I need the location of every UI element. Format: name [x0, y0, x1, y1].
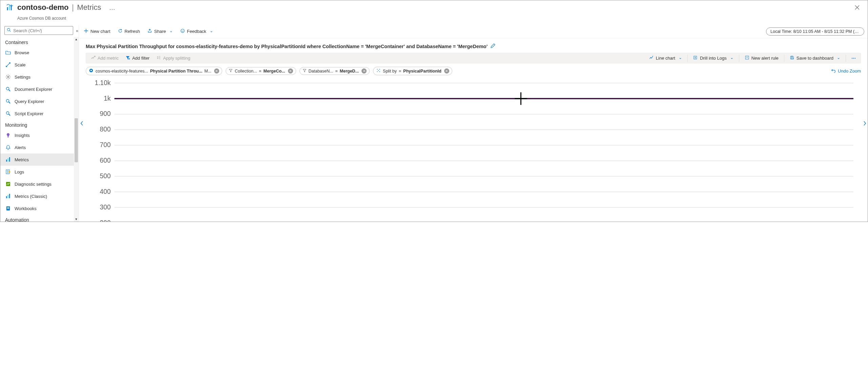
sidebar-scrollbar-thumb[interactable] [75, 118, 78, 162]
toolbar-divider [846, 55, 846, 62]
sidebar-item-scale[interactable]: Scale [0, 59, 79, 71]
page-subtitle: Azure Cosmos DB account [0, 16, 868, 25]
bars-icon [5, 193, 11, 199]
share-icon [147, 28, 152, 34]
filter-database-label: DatabaseN... [309, 69, 333, 74]
command-bar: New chart Refresh Share [79, 25, 868, 38]
refresh-label: Refresh [125, 29, 140, 34]
add-metric-label: Add metric [98, 56, 119, 61]
sidebar-scrollbar[interactable]: ▲ ▼ [74, 37, 79, 222]
filter-collection-remove[interactable]: ✕ [288, 68, 293, 74]
sidebar-item-doc-explorer[interactable]: Document Explorer [0, 83, 79, 95]
refresh-icon [118, 28, 123, 34]
toolbar-divider [739, 55, 739, 62]
sidebar-item-label: Alerts [15, 145, 26, 150]
sidebar-collapse-button[interactable]: « [76, 28, 78, 33]
drill-logs-label: Drill into Logs [700, 56, 727, 61]
page-title: contoso-demo [17, 3, 69, 12]
metric-pill-remove[interactable]: ✕ [214, 68, 219, 74]
svg-rect-0 [7, 7, 8, 10]
svg-line-4 [9, 30, 11, 32]
svg-point-40 [378, 70, 379, 71]
expand-left-handle[interactable] [79, 117, 85, 129]
filter-collection-value: MergeCo... [264, 69, 285, 74]
metric-pill[interactable]: cosmos-elasticity-features... Physical P… [86, 67, 222, 75]
expand-right-handle[interactable] [862, 117, 868, 129]
sidebar-item-alerts[interactable]: Alerts [0, 141, 79, 153]
scroll-down-button[interactable]: ▼ [74, 217, 79, 222]
svg-rect-13 [6, 160, 7, 162]
chart-toolbar: Add metric Add filter Apply splitting [86, 53, 861, 63]
new-alert-button[interactable]: New alert rule [742, 53, 781, 63]
sidebar-item-metrics-classic[interactable]: Metrics (Classic) [0, 190, 79, 202]
sidebar-item-metrics[interactable]: Metrics [0, 153, 79, 166]
nav-group-header: Automation [0, 214, 79, 222]
svg-line-11 [9, 114, 11, 116]
apply-splitting-button[interactable]: Apply splitting [153, 53, 193, 63]
svg-rect-1 [9, 6, 10, 11]
undo-zoom-button[interactable]: Undo Zoom [831, 68, 861, 74]
chart-canvas[interactable]: 01002003004005006007008009001k1.10kThu 1… [86, 79, 861, 222]
drill-logs-button[interactable]: Drill into Logs [690, 53, 736, 63]
filter-collection-pill[interactable]: Collection... = MergeCo... ✕ [226, 67, 296, 75]
metric-pill-agg: M... [204, 69, 211, 74]
svg-point-36 [377, 69, 377, 69]
sidebar-item-label: Metrics [15, 157, 29, 162]
svg-point-6 [6, 87, 9, 90]
sidebar-item-query-explorer[interactable]: Query Explorer [0, 95, 79, 107]
chart-type-label: Line chart [656, 56, 675, 61]
svg-point-37 [379, 69, 380, 69]
close-button[interactable] [852, 3, 862, 13]
edit-title-button[interactable] [490, 43, 496, 49]
split-remove[interactable]: ✕ [444, 68, 449, 74]
split-pill[interactable]: Split by = PhysicalPartitionId ✕ [373, 67, 452, 75]
feedback-button[interactable]: Feedback [179, 27, 214, 36]
filter-collection-label: Collection... [235, 69, 257, 74]
metric-pill-metric: Physical Partition Throu... [150, 69, 202, 74]
filter-database-remove[interactable]: ✕ [361, 68, 367, 74]
chart-more-button[interactable]: ⋯ [849, 54, 859, 63]
filter-database-eq: = [335, 69, 337, 74]
nav-group-header: Containers [0, 37, 79, 46]
scale-icon [5, 62, 11, 68]
toolbar-divider [687, 55, 688, 62]
scroll-up-button[interactable]: ▲ [74, 37, 79, 42]
svg-point-39 [379, 71, 380, 72]
save-dashboard-label: Save to dashboard [797, 56, 833, 61]
add-filter-label: Add filter [132, 56, 149, 61]
search-input-wrapper[interactable] [4, 26, 73, 35]
sidebar-item-label: Scale [15, 62, 26, 67]
filter-database-pill[interactable]: DatabaseN... = MergeD... ✕ [299, 67, 370, 75]
new-alert-label: New alert rule [751, 56, 779, 61]
sidebar-item-logs[interactable]: Logs [0, 166, 79, 178]
svg-rect-12 [7, 137, 9, 138]
svg-text:400: 400 [100, 188, 111, 195]
metric-pill-resource: cosmos-elasticity-features... [96, 69, 148, 74]
share-button[interactable]: Share [146, 27, 174, 36]
smiley-icon [180, 28, 185, 34]
search-query-icon [5, 98, 11, 104]
bell-icon [5, 144, 11, 150]
sidebar-item-insights[interactable]: Insights [0, 129, 79, 141]
time-range-picker[interactable]: Local Time: 8/10 11:05 AM - 8/15 11:32 P… [766, 27, 864, 36]
sidebar-item-browse[interactable]: Browse [0, 46, 79, 59]
sidebar-item-diagnostic[interactable]: Diagnostic settings [0, 178, 79, 190]
save-dashboard-button[interactable]: Save to dashboard [787, 53, 843, 63]
search-input[interactable] [13, 28, 71, 34]
new-chart-button[interactable]: New chart [82, 27, 112, 36]
refresh-button[interactable]: Refresh [117, 27, 142, 36]
chart-type-button[interactable]: Line chart [646, 53, 685, 63]
sidebar-item-script-explorer[interactable]: Script Explorer [0, 107, 79, 120]
sidebar-item-label: Script Explorer [15, 111, 43, 116]
sidebar-item-label: Metrics (Classic) [15, 194, 47, 199]
svg-text:700: 700 [100, 141, 111, 148]
sidebar-item-settings[interactable]: Settings [0, 71, 79, 83]
funnel-icon [303, 68, 307, 74]
svg-text:1.10k: 1.10k [95, 79, 111, 86]
sidebar-item-workbooks[interactable]: Workbooks [0, 202, 79, 214]
logs-icon [5, 169, 11, 175]
add-metric-button[interactable]: Add metric [88, 53, 121, 63]
title-more-button[interactable]: … [109, 4, 115, 11]
svg-text:800: 800 [100, 125, 111, 133]
add-filter-button[interactable]: Add filter [123, 53, 152, 63]
